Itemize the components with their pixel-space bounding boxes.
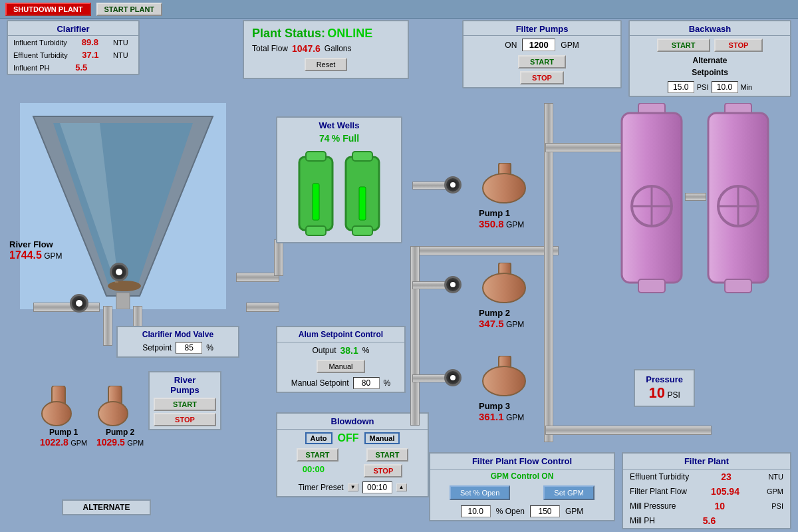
- wet-wells-panel: Wet Wells 74 % Full: [276, 116, 402, 243]
- pump2-flowmeter: [444, 276, 462, 293]
- mod-valve-unit: %: [206, 343, 213, 352]
- fpfc-set-gpm-button[interactable]: Set GPM: [543, 485, 595, 500]
- pressure-unit: PSI: [667, 390, 680, 400]
- alum-sp-row: Manual Setpoint %: [277, 374, 404, 392]
- blowdown-auto-start-button[interactable]: START: [297, 448, 339, 462]
- clarifier-unit-1: NTU: [113, 39, 133, 47]
- flow-value: 1047.6: [292, 43, 321, 54]
- filter-pump1-value: 350.8: [479, 218, 504, 229]
- river-pump1-value-row: 1022.8 GPM: [40, 437, 87, 448]
- filter-tank-pipe-h2: [545, 426, 712, 435]
- filter-pumps-stop-button[interactable]: STOP: [520, 71, 564, 84]
- start-plant-button[interactable]: START PLANT: [96, 3, 163, 16]
- mod-valve-title: Clarifier Mod Valve: [123, 330, 233, 339]
- filter-tank-pipe-v: [544, 103, 553, 442]
- backwash-psi-input[interactable]: [668, 81, 694, 93]
- svg-rect-12: [352, 226, 372, 235]
- filter-pumps-start-button[interactable]: START: [518, 55, 566, 68]
- blowdown-preset-input[interactable]: [362, 481, 392, 493]
- pipe-clarifier-h: [246, 303, 279, 312]
- blowdown-increment-button[interactable]: ▲: [396, 483, 407, 491]
- river-pumps-stop-button[interactable]: STOP: [154, 413, 216, 426]
- shutdown-button[interactable]: SHUTDOWN PLANT: [5, 3, 91, 16]
- fp2-row-1: Effluent Turbidity 23 NTU: [623, 469, 790, 484]
- alternate-label: ALTERNATE: [62, 499, 152, 515]
- main-pipe-v: [410, 246, 420, 426]
- clarifier-label-1: Influent Turbidity: [13, 39, 67, 47]
- filter-pump2-value: 347.5: [479, 318, 504, 329]
- reset-button[interactable]: Reset: [305, 58, 348, 71]
- filter-tank-1-area: [618, 103, 685, 298]
- fpfc-gpm-input[interactable]: [530, 505, 560, 517]
- filter-pump-2-area: Pump 2 347.5 GPM: [479, 263, 532, 329]
- svg-point-23: [483, 366, 525, 396]
- backwash-min-input[interactable]: [712, 81, 738, 93]
- filter-pump3-unit: GPM: [506, 413, 524, 422]
- filter-pump2-name: Pump 2: [479, 308, 532, 318]
- fp2-unit-2: GPM: [763, 487, 783, 495]
- alum-output-label: Output: [313, 346, 336, 355]
- filter-pumps-title: Filter Pumps: [464, 21, 620, 36]
- filter-pump3-name: Pump 3: [479, 401, 532, 411]
- wet-wells-value: 74 % Full: [277, 132, 401, 145]
- main-pipe-h: [412, 246, 559, 255]
- alum-sp-input[interactable]: [353, 377, 380, 389]
- fp2-label-1: Effluent Turbidity: [630, 472, 689, 481]
- total-flow-row: Total Flow 1047.6 Gallons: [252, 43, 400, 54]
- fp2-value-3: 10: [714, 501, 725, 511]
- flow-unit: Gallons: [325, 44, 352, 53]
- wet-wells-title: Wet Wells: [277, 118, 401, 132]
- fpfc-percent-input[interactable]: [461, 505, 491, 517]
- blowdown-manual-stop-button[interactable]: STOP: [364, 464, 402, 477]
- backwash-start-button[interactable]: START: [657, 39, 710, 52]
- svg-rect-7: [306, 152, 326, 161]
- svg-rect-13: [359, 187, 366, 220]
- backwash-setpoints-label: Setpoints: [630, 66, 790, 78]
- backwash-stop-button[interactable]: STOP: [714, 39, 763, 52]
- mod-valve-setpoint-input[interactable]: [176, 342, 202, 354]
- blowdown-manual-label: Manual: [364, 432, 400, 444]
- blowdown-timer-row: 00:00 STOP: [277, 463, 428, 479]
- blowdown-title: Blowdown: [277, 414, 428, 430]
- fp-unit: GPM: [561, 41, 579, 50]
- fp-on-label: ON: [505, 41, 517, 50]
- filter-pump1-value-row: 350.8 GPM: [479, 218, 532, 229]
- fpfc-val-row: % Open GPM: [430, 503, 614, 520]
- river-pump1-unit: GPM: [70, 439, 87, 447]
- pipe-river-h: [33, 303, 100, 312]
- river-pump1-name: Pump 1: [40, 428, 87, 437]
- wet-well-tank-1: [296, 150, 336, 237]
- pressure-value: 10: [649, 384, 665, 401]
- svg-rect-29: [638, 279, 665, 293]
- river-pumps-start-button[interactable]: START: [154, 398, 216, 411]
- river-flow-label: River Flow: [9, 239, 63, 249]
- river-pumps-panel: RiverPumps START STOP: [148, 371, 221, 430]
- fpfc-set-percent-button[interactable]: Set % Open: [450, 485, 510, 500]
- filter-pump-3-area: Pump 3 361.1 GPM: [479, 356, 532, 422]
- clarifier-value-2: 37.1: [82, 50, 98, 60]
- alum-setpoint-panel: Alum Setpoint Control Output 38.1 % Manu…: [276, 326, 406, 393]
- clarifier-row-1: Influent Turbidity 89.8 NTU: [8, 36, 138, 49]
- svg-rect-35: [725, 279, 751, 293]
- fp2-unit-3: PSI: [763, 502, 783, 510]
- fp2-row-3: Mill Pressure 10 PSI: [623, 499, 790, 513]
- fp2-label-2: Filter Plant Flow: [630, 487, 687, 496]
- fp2-label-3: Mill Pressure: [630, 501, 676, 511]
- blowdown-btn-row: START START: [277, 447, 428, 463]
- filter-plant-title: Filter Plant: [623, 454, 790, 469]
- svg-point-3: [108, 281, 141, 291]
- blowdown-decrement-button[interactable]: ▼: [348, 483, 358, 491]
- backwash-psi-unit: PSI: [697, 83, 709, 91]
- flow-meter-1: [70, 294, 88, 313]
- blowdown-status-row: Auto OFF Manual: [277, 430, 428, 447]
- alternate-label-area: ALTERNATE: [7, 499, 206, 515]
- alum-output-row: Output 38.1 %: [277, 342, 404, 358]
- filter-pump1-name: Pump 1: [479, 208, 532, 218]
- fp2-label-4: Mill PH: [630, 516, 655, 525]
- river-pumps-btn-row: START STOP: [154, 398, 216, 426]
- alum-manual-button[interactable]: Manual: [317, 360, 364, 373]
- blowdown-manual-start-button[interactable]: START: [366, 448, 409, 462]
- clarifier-label-2: Effluent Turbidity: [13, 51, 68, 59]
- filter-tank-2-area: [705, 103, 771, 298]
- river-pump-2-area: Pump 2 1029.5 GPM: [96, 386, 144, 448]
